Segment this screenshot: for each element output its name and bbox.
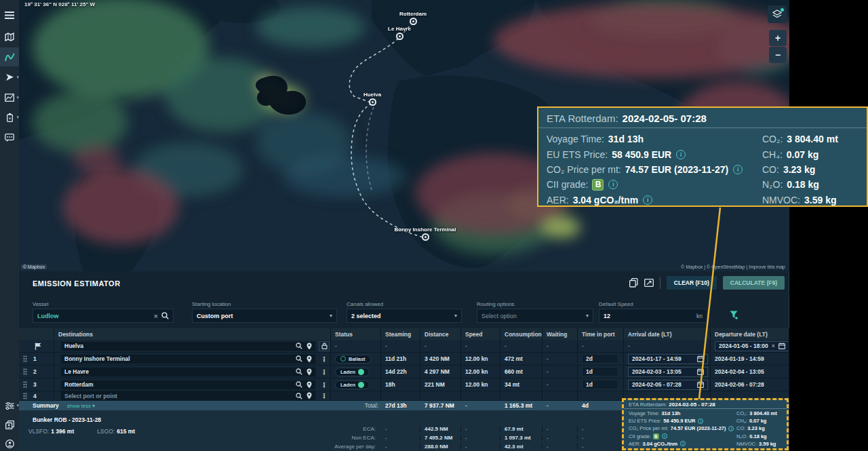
- search-icon[interactable]: [296, 368, 302, 375]
- row-menu-icon[interactable]: ⋮: [321, 355, 328, 363]
- arrival-date-input[interactable]: 2024-01-17 - 14:59: [628, 354, 708, 364]
- col-header-arrival-date[interactable]: Arrival date (LT): [624, 328, 711, 340]
- col-header-destinations[interactable]: Destinations: [54, 328, 331, 340]
- status-badge[interactable]: Laden: [335, 368, 370, 376]
- sidebar-item-account[interactable]: [0, 434, 19, 451]
- info-icon[interactable]: i: [733, 165, 743, 174]
- row-menu-icon[interactable]: ⋮: [321, 381, 328, 389]
- show-less-toggle[interactable]: show less ▾: [67, 403, 95, 409]
- drag-handle-icon[interactable]: [23, 355, 27, 362]
- info-icon[interactable]: i: [608, 180, 618, 189]
- clear-button[interactable]: CLEAR (F10): [667, 276, 717, 290]
- zoom-in-button[interactable]: +: [769, 30, 787, 46]
- info-icon[interactable]: i: [698, 418, 703, 424]
- calendar-icon[interactable]: [697, 381, 704, 388]
- chevron-down-icon: ▾: [16, 403, 19, 408]
- sidebar-item-fuel[interactable]: ▾: [0, 108, 19, 127]
- time-in-port-input[interactable]: 2d: [582, 354, 618, 364]
- total-label: Total:: [331, 402, 381, 409]
- table-row: 1 Bonny Inshore Terminal ⋮ Ballast 11d 2…: [19, 353, 789, 366]
- search-icon[interactable]: [296, 381, 302, 388]
- status-badge[interactable]: Ballast: [335, 355, 371, 364]
- zoom-out-button[interactable]: −: [769, 47, 787, 63]
- table-row: 2 Le Havre ⋮ Laden 14d 22h 4 297 NM 12.0…: [19, 366, 789, 378]
- time-in-port-input[interactable]: 1d: [582, 380, 618, 389]
- info-icon[interactable]: i: [676, 150, 686, 159]
- account-icon: [5, 439, 14, 448]
- calendar-icon[interactable]: [697, 368, 704, 375]
- destination-input[interactable]: Le Havre: [60, 367, 316, 377]
- row-menu-icon[interactable]: ⋮: [321, 368, 328, 376]
- search-icon[interactable]: [296, 342, 302, 349]
- col-header-distance[interactable]: Distance: [420, 328, 461, 340]
- table-header-row: Destinations Status Steaming Distance Sp…: [19, 328, 789, 340]
- sidebar-item-charts[interactable]: ▾: [0, 88, 19, 107]
- location-pin-icon[interactable]: [307, 381, 312, 389]
- arrival-date-input[interactable]: 2024-02-03 - 13:05: [628, 367, 708, 377]
- info-icon[interactable]: i: [680, 441, 686, 446]
- search-icon[interactable]: [296, 393, 302, 399]
- col-header-steaming[interactable]: Steaming: [381, 328, 420, 340]
- col-header-waiting[interactable]: Waiting: [542, 328, 578, 340]
- filter-icon[interactable]: [730, 311, 739, 320]
- sidebar-item-routes[interactable]: [0, 47, 19, 66]
- drag-handle-icon[interactable]: [23, 393, 27, 399]
- location-pin-icon[interactable]: [307, 368, 312, 376]
- departure-date-input[interactable]: 2024-01-05 - 18:00 ×: [715, 341, 789, 351]
- calendar-icon[interactable]: [697, 355, 704, 362]
- sidebar-item-settings[interactable]: ▾: [0, 396, 19, 415]
- info-icon[interactable]: i: [643, 195, 652, 205]
- status-badge[interactable]: Laden: [335, 380, 370, 389]
- map-attribution[interactable]: © Mapbox | © OpenStreetMap | Improve thi…: [681, 264, 785, 269]
- port-marker-huelva[interactable]: Huelva: [332, 92, 413, 106]
- search-icon[interactable]: [161, 312, 169, 319]
- flag-icon: [35, 342, 42, 350]
- vessel-input[interactable]: Ludlow ×: [33, 309, 174, 323]
- port-marker-le-havre[interactable]: Le Havre: [359, 26, 440, 40]
- destination-input[interactable]: Rotterdam: [60, 380, 316, 390]
- panel-title: EMISSION ESTIMATOR: [33, 279, 121, 288]
- info-icon[interactable]: i: [662, 433, 667, 439]
- map-layers-button[interactable]: [768, 5, 787, 23]
- menu-button[interactable]: [0, 5, 19, 24]
- port-marker-bonny-inshore-terminal[interactable]: Bonny Inshore Terminal: [384, 227, 466, 241]
- destination-input[interactable]: Select port or point: [60, 391, 316, 400]
- col-header-consumption[interactable]: Consumption: [500, 328, 542, 340]
- drag-handle-icon[interactable]: [23, 368, 27, 375]
- col-header-departure-date[interactable]: Departure date (LT): [711, 328, 789, 340]
- chevron-down-icon: ▾: [586, 313, 589, 319]
- expand-icon[interactable]: [644, 279, 654, 287]
- destination-input[interactable]: Huelva: [60, 341, 316, 351]
- starting-location-select[interactable]: Custom port ▾: [192, 309, 337, 323]
- col-header-speed[interactable]: Speed: [461, 328, 500, 340]
- sidebar-item-map[interactable]: [0, 27, 19, 46]
- summary-label: Summary: [33, 402, 59, 409]
- info-icon[interactable]: i: [728, 426, 734, 431]
- row-menu-icon[interactable]: ⋮: [321, 392, 328, 399]
- default-speed-input[interactable]: 12 kn: [599, 309, 707, 323]
- sidebar-item-navigation[interactable]: ▾: [0, 68, 19, 87]
- copy-icon[interactable]: [629, 278, 638, 288]
- canals-allowed-select[interactable]: 2 selected ▾: [347, 309, 462, 323]
- lock-icon[interactable]: [319, 341, 330, 351]
- calendar-icon[interactable]: [778, 342, 785, 349]
- mapbox-attribution[interactable]: © Mapbox: [21, 264, 47, 269]
- col-header-time-in-port[interactable]: Time in port: [578, 328, 624, 340]
- location-pin-icon[interactable]: [307, 355, 312, 363]
- destination-input[interactable]: Bonny Inshore Terminal: [60, 354, 316, 364]
- clear-date-icon[interactable]: ×: [772, 342, 775, 349]
- sidebar-item-vessel-cards[interactable]: [0, 415, 19, 434]
- calculate-button[interactable]: CALCULATE (F9): [723, 276, 785, 290]
- location-pin-icon[interactable]: [307, 392, 312, 399]
- col-header-status[interactable]: Status: [331, 328, 381, 340]
- clear-vessel-icon[interactable]: ×: [151, 312, 161, 320]
- drag-handle-icon[interactable]: [23, 381, 27, 388]
- time-in-port-input[interactable]: 1d: [582, 367, 618, 376]
- port-marker-rotterdam[interactable]: Rotterdam: [372, 11, 454, 25]
- search-icon[interactable]: [296, 355, 302, 362]
- panel-actions: CLEAR (F10) CALCULATE (F9): [629, 276, 785, 290]
- location-pin-icon[interactable]: [307, 342, 312, 350]
- sidebar-item-chat[interactable]: [0, 128, 19, 147]
- routing-options-select[interactable]: Select option ▾: [477, 309, 593, 323]
- arrival-date-input[interactable]: 2024-02-05 - 07:28: [628, 380, 708, 390]
